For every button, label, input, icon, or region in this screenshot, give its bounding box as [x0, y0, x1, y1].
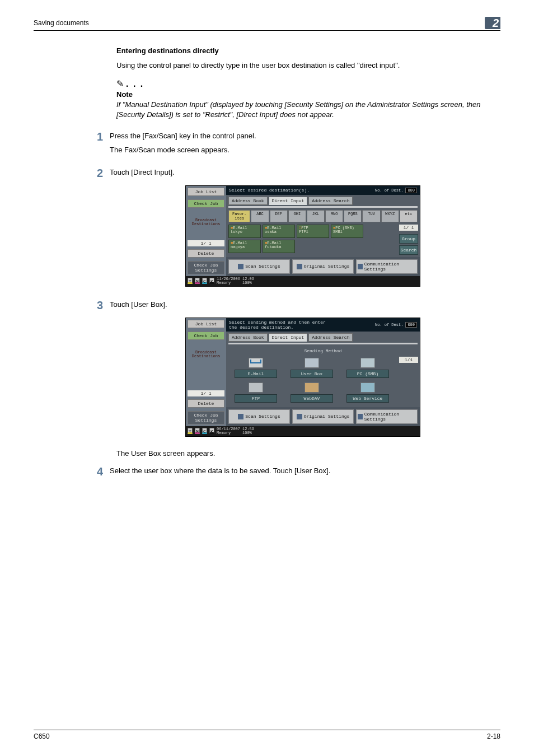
pcsmb-icon	[360, 358, 375, 368]
original-icon	[297, 264, 302, 269]
method-ftp[interactable]: FTP	[235, 394, 277, 403]
sending-method-title: Sending Method	[226, 347, 420, 354]
note-text: If "Manual Destination Input" (displayed…	[116, 100, 489, 120]
step-3-text: Touch [User Box].	[110, 300, 167, 309]
method-email[interactable]: E-Mail	[235, 370, 277, 378]
original-settings-button[interactable]: Original Settings	[292, 409, 354, 424]
status-date: 11/20/2006Memory	[217, 277, 240, 285]
destination-card[interactable]: □FTPFTP1	[297, 225, 329, 238]
footer-page: 2-18	[487, 732, 500, 740]
footer-model: C650	[34, 732, 50, 740]
original-icon	[297, 414, 302, 419]
status-date: 06/11/2007Memory	[217, 427, 240, 435]
tab-direct-input[interactable]: Direct Input	[269, 197, 308, 205]
userbox-icon	[305, 358, 319, 368]
destination-card[interactable]: ■PC (SMB)SMB1	[331, 225, 363, 238]
tab-address-search[interactable]: Address Search	[308, 197, 353, 205]
method-webservice[interactable]: Web Service	[346, 394, 389, 403]
toner-y-icon: Y	[188, 428, 193, 434]
check-job-settings-button[interactable]: Check Job Settings	[188, 261, 224, 274]
etc-key[interactable]: etc	[400, 210, 418, 222]
letter-key[interactable]: DEF	[270, 210, 288, 222]
side-page-indicator: 1/ 1	[188, 240, 224, 246]
ftp-icon	[249, 382, 263, 393]
tab-address-book[interactable]: Address Book	[228, 333, 268, 342]
step-2-text: Touch [Direct Input].	[110, 168, 175, 176]
search-button[interactable]: Search	[399, 245, 418, 255]
email-icon	[249, 358, 263, 368]
tab-address-search[interactable]: Address Search	[308, 333, 353, 342]
note-icon: ✎	[116, 78, 124, 89]
page-indicator: 1/1	[399, 357, 418, 363]
step-number-2: 2	[87, 167, 110, 180]
letter-key[interactable]: WXYZ	[381, 210, 399, 222]
scan-settings-button[interactable]: Scan Settings	[228, 259, 290, 274]
job-list-button[interactable]: Job List	[188, 320, 224, 328]
communication-settings-button[interactable]: Communication Settings	[356, 409, 418, 424]
original-settings-button[interactable]: Original Settings	[292, 259, 354, 274]
step-1-text: Press the [Fax/Scan] key in the control …	[110, 132, 256, 140]
delete-button[interactable]: Delete	[188, 399, 224, 408]
dest-count: 000	[405, 188, 417, 193]
toner-m-icon: M	[195, 428, 200, 434]
scan-icon	[238, 414, 243, 419]
toner-c-icon: C	[202, 278, 207, 284]
tab-address-book[interactable]: Address Book	[228, 197, 268, 205]
toner-m-icon: M	[195, 278, 200, 284]
delete-button[interactable]: Delete	[188, 249, 224, 258]
subheading: Entering destinations directly	[116, 46, 489, 55]
scan-settings-button[interactable]: Scan Settings	[228, 409, 290, 424]
dest-label: No. of Dest.	[375, 323, 403, 327]
screenshot-sending-method: Job List Check Job Broadcast Destination…	[185, 318, 420, 437]
status-time: 12:59100%	[242, 427, 254, 435]
toner-k-icon: K	[209, 278, 214, 284]
communication-settings-button[interactable]: Communication Settings	[356, 259, 418, 274]
note-dots-icon: . . .	[126, 79, 144, 89]
dest-count: 000	[405, 322, 417, 328]
step-number-4: 4	[87, 465, 110, 478]
screen-title: Select desired destination(s).	[229, 188, 310, 193]
running-header: Saving documents	[34, 19, 89, 27]
intro-paragraph: Using the control panel to directly type…	[116, 60, 489, 71]
letter-key[interactable]: ABC	[251, 210, 269, 222]
group-button[interactable]: Group	[399, 234, 418, 244]
method-userbox[interactable]: User Box	[291, 370, 333, 378]
destination-card[interactable]: ■E-Mailosaka	[263, 225, 295, 238]
comm-icon	[358, 414, 363, 419]
step-1-sub: The Fax/Scan mode screen appears.	[110, 144, 489, 156]
letter-key[interactable]: GHI	[288, 210, 306, 222]
destination-card[interactable]: ■E-Mailfukuoka	[263, 240, 295, 253]
broadcast-label: Broadcast Destinations	[186, 351, 226, 358]
webdav-icon	[305, 382, 319, 393]
chapter-number: 2	[485, 17, 500, 29]
note-label: Note	[116, 90, 489, 99]
letter-key[interactable]: PQRS	[344, 210, 362, 222]
method-pcsmb[interactable]: PC (SMB)	[346, 370, 389, 378]
step-3-sub: The User Box screen appears.	[116, 449, 489, 458]
check-job-button[interactable]: Check Job	[188, 332, 224, 340]
letter-key[interactable]: TUV	[362, 210, 380, 222]
step-4-text: Select the user box where the data is to…	[110, 466, 330, 475]
favorites-key[interactable]: Favor- ites	[228, 210, 250, 222]
check-job-button[interactable]: Check Job	[188, 199, 224, 208]
side-page-indicator: 1/ 1	[188, 390, 224, 396]
screenshot-direct-input: Job List Check Job Broadcast Destination…	[185, 185, 420, 287]
destination-card[interactable]: ■E-Mailtokyo	[228, 225, 261, 238]
check-job-settings-button[interactable]: Check Job Settings	[188, 411, 224, 424]
webservice-icon	[360, 382, 375, 393]
toner-y-icon: Y	[188, 278, 193, 284]
job-list-button[interactable]: Job List	[188, 188, 224, 196]
destination-card[interactable]: ■E-Mailnagoya	[228, 240, 261, 253]
status-time: 12:09100%	[242, 277, 254, 285]
tab-direct-input[interactable]: Direct Input	[269, 333, 308, 342]
toner-c-icon: C	[202, 428, 207, 434]
comm-icon	[358, 264, 363, 269]
toner-k-icon: K	[209, 428, 214, 434]
page-indicator: 1/ 1	[399, 225, 418, 231]
method-webdav[interactable]: WebDAV	[291, 394, 333, 403]
step-number-3: 3	[87, 299, 110, 312]
scan-icon	[238, 264, 243, 269]
letter-key[interactable]: JKL	[307, 210, 325, 222]
broadcast-label: Broadcast Destinations	[186, 218, 226, 226]
letter-key[interactable]: MNO	[325, 210, 343, 222]
